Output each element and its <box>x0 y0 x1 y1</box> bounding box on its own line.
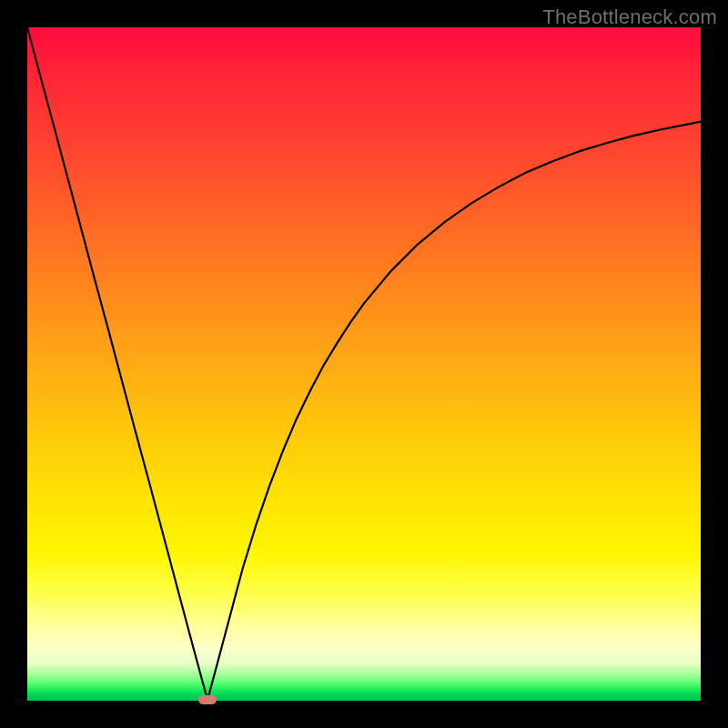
chart-frame: TheBottleneck.com <box>0 0 728 728</box>
plot-area <box>27 27 701 701</box>
watermark-text: TheBottleneck.com <box>542 5 717 29</box>
minimum-marker <box>198 695 217 704</box>
curve-path <box>27 27 701 700</box>
bottleneck-curve <box>27 27 701 701</box>
